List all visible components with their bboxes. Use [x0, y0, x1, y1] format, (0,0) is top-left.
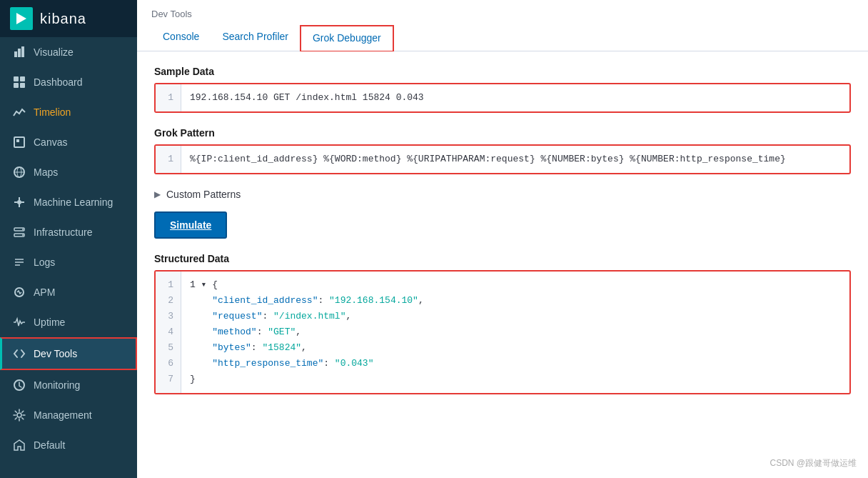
sd-content-2: "client_id_address": "192.168.154.10",: [190, 293, 841, 309]
structured-data-content: 1 ▾ { "client_id_address": "192.168.154.…: [181, 272, 849, 393]
sd-content-1: 1 ▾ {: [190, 277, 841, 293]
sd-content-6: "http_response_time": "0.043": [190, 356, 841, 372]
svg-rect-3: [21, 46, 24, 57]
apm-icon: [12, 285, 26, 299]
svg-rect-1: [14, 51, 17, 57]
sidebar-label-apm: APM: [34, 287, 55, 298]
sidebar-label-uptime: Uptime: [34, 317, 65, 328]
visualize-icon: [12, 45, 26, 59]
sidebar-label-dev-tools: Dev Tools: [34, 348, 77, 359]
sidebar-item-monitoring[interactable]: Monitoring: [0, 370, 137, 400]
sd-content-5: "bytes": "15824",: [190, 340, 841, 356]
sd-content-7: }: [190, 372, 841, 387]
sidebar-label-monitoring: Monitoring: [34, 379, 80, 391]
logs-icon: [12, 255, 26, 269]
sd-line-3: 3: [163, 309, 173, 324]
chevron-right-icon: ▶: [154, 189, 161, 199]
svg-rect-9: [16, 139, 19, 142]
infrastructure-icon: [12, 225, 26, 239]
grok-line-num-1: 1: [163, 151, 173, 167]
svg-rect-2: [18, 49, 21, 57]
svg-rect-5: [20, 76, 25, 81]
sidebar-label-logs: Logs: [34, 257, 55, 268]
sidebar-item-apm[interactable]: APM: [0, 277, 137, 307]
sidebar-item-dashboard[interactable]: Dashboard: [0, 67, 137, 97]
sd-line-4: 4: [163, 324, 173, 340]
sidebar-item-default[interactable]: Default: [0, 430, 137, 460]
sidebar-logo: kibana: [0, 0, 137, 37]
management-icon: [12, 408, 26, 422]
svg-point-13: [17, 200, 21, 204]
sidebar-label-infrastructure: Infrastructure: [34, 226, 92, 238]
sidebar-label-maps: Maps: [34, 166, 58, 178]
sidebar-label-management: Management: [34, 409, 92, 421]
machine-learning-icon: [12, 195, 26, 209]
dashboard-icon: [12, 75, 26, 89]
sidebar-label-machine-learning: Machine Learning: [34, 196, 113, 208]
sidebar-item-timelion[interactable]: Timelion: [0, 97, 137, 127]
custom-patterns-toggle[interactable]: ▶ Custom Patterns: [154, 189, 851, 200]
monitoring-icon: [12, 378, 26, 392]
canvas-icon: [12, 135, 26, 149]
grok-pattern-line-numbers: 1: [156, 146, 181, 173]
page-title: Dev Tools: [151, 6, 854, 25]
kibana-logo-text: kibana: [40, 11, 86, 27]
sd-content-4: "method": "GET",: [190, 324, 841, 340]
tab-console[interactable]: Console: [151, 25, 211, 51]
sample-data-label: Sample Data: [154, 66, 851, 77]
svg-rect-4: [14, 76, 19, 81]
sidebar-label-default: Default: [34, 439, 65, 451]
timelion-icon: [12, 105, 26, 119]
tab-bar: Console Search Profiler Grok Debugger: [151, 25, 854, 51]
sidebar-item-machine-learning[interactable]: Machine Learning: [0, 187, 137, 217]
sd-line-7: 7: [163, 372, 173, 387]
sidebar: kibana Visualize Dashboard Timelion Canv…: [0, 0, 137, 478]
sidebar-label-visualize: Visualize: [34, 46, 74, 58]
grok-pattern-label: Grok Pattern: [154, 127, 851, 139]
sidebar-item-logs[interactable]: Logs: [0, 247, 137, 277]
kibana-logo-icon: [10, 7, 33, 30]
svg-point-20: [22, 229, 24, 230]
structured-data-label: Structured Data: [154, 253, 851, 264]
sidebar-item-canvas[interactable]: Canvas: [0, 127, 137, 157]
page-header: Dev Tools Console Search Profiler Grok D…: [137, 0, 868, 51]
sidebar-item-maps[interactable]: Maps: [0, 157, 137, 187]
sample-data-line-numbers: 1: [156, 84, 181, 111]
sidebar-label-canvas: Canvas: [34, 136, 67, 148]
grok-pattern-content[interactable]: %{IP:client_id_address} %{WORD:method} %…: [181, 146, 849, 173]
sample-data-editor[interactable]: 1 192.168.154.10 GET /index.html 15824 0…: [154, 83, 851, 113]
grok-pattern-editor[interactable]: 1 %{IP:client_id_address} %{WORD:method}…: [154, 144, 851, 174]
sd-line-6: 6: [163, 356, 173, 372]
sd-content-3: "request": "/index.html",: [190, 309, 841, 324]
structured-data-inner: 1 2 3 4 5 6 7 1 ▾ { "client_id_address":…: [156, 272, 849, 393]
svg-rect-6: [14, 83, 19, 88]
watermark: CSDN @跟健哥做运维: [769, 457, 857, 469]
sidebar-item-management[interactable]: Management: [0, 400, 137, 430]
structured-data-editor[interactable]: 1 2 3 4 5 6 7 1 ▾ { "client_id_address":…: [154, 270, 851, 394]
svg-rect-7: [20, 83, 25, 88]
sd-line-2: 2: [163, 293, 173, 309]
grok-pattern-line1: %{IP:client_id_address} %{WORD:method} %…: [190, 151, 841, 167]
svg-marker-0: [16, 13, 26, 24]
default-icon: [12, 438, 26, 452]
sidebar-item-dev-tools[interactable]: Dev Tools: [0, 337, 137, 370]
structured-data-line-numbers: 1 2 3 4 5 6 7: [156, 272, 181, 393]
content-area: Sample Data 1 192.168.154.10 GET /index.…: [137, 51, 868, 478]
uptime-icon: [12, 315, 26, 329]
simulate-button[interactable]: Simulate: [154, 211, 227, 239]
sidebar-item-infrastructure[interactable]: Infrastructure: [0, 217, 137, 247]
sidebar-label-dashboard: Dashboard: [34, 76, 83, 88]
sidebar-item-uptime[interactable]: Uptime: [0, 307, 137, 337]
dev-tools-icon: [12, 347, 26, 361]
line-num-1: 1: [163, 90, 173, 106]
tab-search-profiler[interactable]: Search Profiler: [211, 25, 300, 51]
custom-patterns-label: Custom Patterns: [166, 189, 241, 200]
tab-grok-debugger[interactable]: Grok Debugger: [300, 25, 394, 52]
sidebar-label-timelion: Timelion: [34, 106, 71, 118]
sample-data-content[interactable]: 192.168.154.10 GET /index.html 15824 0.0…: [181, 84, 849, 111]
svg-point-21: [22, 234, 24, 236]
svg-point-27: [17, 413, 21, 417]
sidebar-nav: Visualize Dashboard Timelion Canvas Maps: [0, 37, 137, 478]
maps-icon: [12, 165, 26, 179]
sidebar-item-visualize[interactable]: Visualize: [0, 37, 137, 67]
